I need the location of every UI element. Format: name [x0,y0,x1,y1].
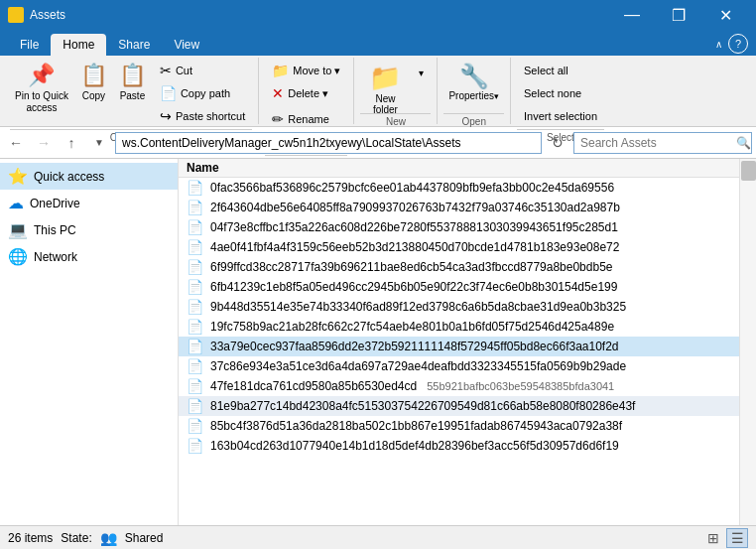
pin-quick-access-button[interactable]: 📌 Pin to Quickaccess [10,60,73,111]
pin-icon: 📌 [28,63,55,88]
file-list-header: Name [179,159,739,178]
app-icon [8,7,24,23]
file-name: 9b448d35514e35e74b33340f6ad89f12ed3798c6… [210,300,626,314]
copy-path-label: Copy path [181,87,230,99]
search-box: 🔍 [573,132,752,154]
file-icon: 📄 [187,259,204,275]
properties-button[interactable]: 🔧 Properties ▾ [443,60,504,111]
new-label: New [360,113,431,127]
table-row[interactable]: 📄 6fb41239c1eb8f5a05ed496cc2945b6b05e90f… [179,277,739,297]
window-controls: — ❐ ✕ [609,0,748,30]
tab-file[interactable]: File [8,34,51,56]
file-icon: 📄 [187,319,204,335]
organize-group: 📁 Move to ▾ ✕ Delete ▾ ✏ Rename 📁 Copy t… [259,58,354,124]
table-row[interactable]: 📄 6f99ffcd38cc28717fa39b696211bae8ed6cb5… [179,257,739,277]
copy-path-button[interactable]: 📄 Copy path [153,82,252,104]
cut-label: Cut [176,65,192,76]
scrollbar-thumb[interactable] [741,161,756,181]
open-label: Open [443,113,504,127]
new-item-button[interactable]: ▾ [412,62,431,83]
rename-button[interactable]: ✏ Rename [265,108,347,130]
table-row[interactable]: 📄 2f643604dbe56e64085ff8a7909937026763b7… [179,198,739,217]
table-row[interactable]: 📄 4ae0f41fbf4a4f3159c56eeb52b3d213880450… [179,237,739,257]
forward-button[interactable]: → [32,131,56,155]
sidebar-item-network[interactable]: 🌐 Network [0,243,178,270]
select-none-label: Select none [524,87,581,99]
select-group: Select all Select none Invert selection … [511,58,610,124]
table-row[interactable]: 📄 81e9ba277c14bd42308a4fc515303754226709… [179,396,739,416]
tab-view[interactable]: View [162,34,211,56]
open-group: 🔧 Properties ▾ Open [438,58,511,124]
ribbon-tabs-bar: File Home Share View ∧ ? [0,30,756,56]
file-name: 47fe181dca761cd9580a85b6530ed4cd [210,379,417,393]
minimize-button[interactable]: — [609,0,655,30]
shared-label: Shared [125,531,164,545]
tab-share[interactable]: Share [106,34,162,56]
table-row[interactable]: 📄 0fac3566baf536896c2579bcfc6ee01ab44378… [179,178,739,198]
rename-icon: ✏ [272,111,284,127]
back-button[interactable]: ← [4,131,28,155]
move-icon: 📁 [272,63,289,78]
close-button[interactable]: ✕ [702,0,748,30]
large-icons-view-button[interactable]: ⊞ [702,528,724,548]
copy-label: Copy [82,90,105,102]
sidebar-item-this-pc[interactable]: 💻 This PC [0,216,178,243]
table-row[interactable]: 📄 47fe181dca761cd9580a85b6530ed4cd 55b92… [179,376,739,396]
search-input[interactable] [574,133,735,153]
file-icon: 📄 [187,180,204,196]
new-folder-button[interactable]: 📁 Newfolder [360,60,410,111]
cut-button[interactable]: ✂ Cut [153,60,252,81]
file-icon: 📄 [187,339,204,354]
vertical-scrollbar[interactable] [739,159,756,525]
delete-button[interactable]: ✕ Delete ▾ [265,82,347,104]
table-row[interactable]: 📄 19fc758b9ac21ab28fc662c27fc54aeb4e801b… [179,317,739,337]
clipboard-small-group: ✂ Cut 📄 Copy path ↪ Paste shortcut [153,60,252,127]
maximize-button[interactable]: ❐ [656,0,701,30]
help-button[interactable]: ? [728,34,748,54]
sidebar-item-quick-access[interactable]: ⭐ Quick access [0,163,178,190]
star-icon: ⭐ [8,167,28,186]
delete-icon: ✕ [272,85,284,101]
sidebar-item-onedrive[interactable]: ☁ OneDrive [0,190,178,216]
new-group: 📁 Newfolder ▾ New [354,58,438,124]
invert-selection-button[interactable]: Invert selection [517,105,604,127]
copy-button[interactable]: 📋 Copy [75,60,112,111]
paste-shortcut-label: Paste shortcut [176,110,245,122]
table-row[interactable]: 📄 85bc4f3876d51a36da2818ba502c1bb867e199… [179,416,739,436]
state-label: State: [61,531,91,545]
new-folder-icon: 📁 [369,63,401,93]
paste-shortcut-button[interactable]: ↪ Paste shortcut [153,105,252,127]
shared-icon: 👥 [100,530,117,546]
file-icon: 📄 [187,378,204,394]
details-view-button[interactable]: ☰ [726,528,748,548]
file-icon: 📄 [187,299,204,315]
title-bar: Assets — ❐ ✕ [0,0,756,30]
recent-button[interactable]: ▼ [87,131,111,155]
expand-icon: ∧ [715,39,722,50]
file-name: 81e9ba277c14bd42308a4fc51530375422670954… [210,399,635,413]
select-none-button[interactable]: Select none [517,82,604,104]
paste-icon: 📋 [119,63,146,88]
address-input[interactable] [115,132,542,154]
move-to-button[interactable]: 📁 Move to ▾ [265,60,347,81]
file-name: 6f99ffcd38cc28717fa39b696211bae8ed6cb54c… [210,260,613,274]
refresh-button[interactable]: ↻ [546,131,569,155]
select-all-button[interactable]: Select all [517,60,604,81]
table-row[interactable]: 📄 9b448d35514e35e74b33340f6ad89f12ed3798… [179,297,739,317]
file-icon: 📄 [187,358,204,374]
up-button[interactable]: ↑ [60,131,83,155]
file-list: Name 📄 0fac3566baf536896c2579bcfc6ee01ab… [179,159,756,525]
search-button[interactable]: 🔍 [735,133,751,153]
invert-selection-label: Invert selection [524,110,597,122]
table-row[interactable]: 📄 33a79e0cec937faa8596dd2e372b5921111148… [179,337,739,356]
table-row[interactable]: 📄 163b04cd263d1077940e14b1d18d5def4db283… [179,436,739,456]
file-name: 4ae0f41fbf4a4f3159c56eeb52b3d213880450d7… [210,240,619,254]
cloud-icon: ☁ [8,194,24,212]
clipboard-group: 📌 Pin to Quickaccess 📋 Copy 📋 Paste ✂ Cu… [4,58,259,124]
tab-home[interactable]: Home [51,34,106,56]
table-row[interactable]: 📄 37c86e934e3a51ce3d6a4da697a729ae4deafb… [179,356,739,376]
paste-button[interactable]: 📋 Paste [114,60,151,111]
file-icon: 📄 [187,279,204,295]
pc-icon: 💻 [8,220,28,239]
table-row[interactable]: 📄 04f73e8cffbc1f35a226ac608d226be7280f55… [179,217,739,237]
